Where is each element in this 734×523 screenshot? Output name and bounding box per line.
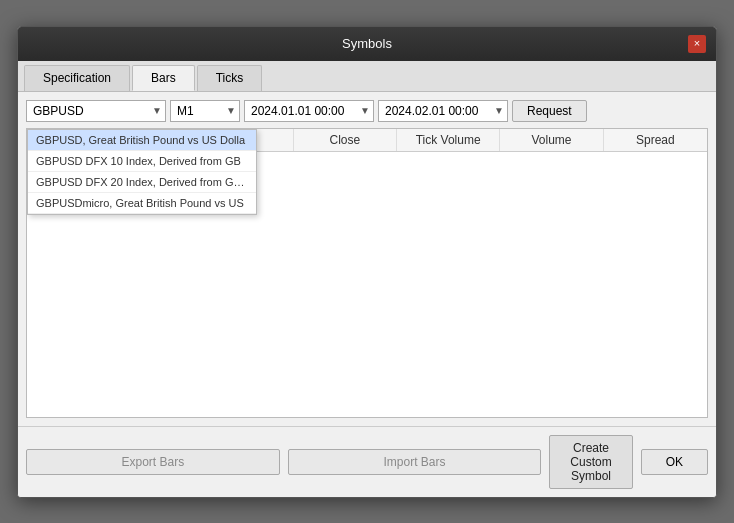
tab-ticks[interactable]: Ticks [197, 65, 263, 91]
ok-button[interactable]: OK [641, 449, 708, 475]
request-button[interactable]: Request [512, 100, 587, 122]
col-header-tick-volume: Tick Volume [397, 129, 500, 151]
tab-bars[interactable]: Bars [132, 65, 195, 91]
tabs-bar: Specification Bars Ticks [18, 61, 716, 92]
toolbar-row: GBPUSD ▼ M1 ▼ 2024.01.01 00:00 ▼ [26, 100, 708, 122]
timeframe-select-wrapper: M1 ▼ [170, 100, 240, 122]
symbols-dialog: Symbols × Specification Bars Ticks GBPUS… [17, 26, 717, 498]
tab-content: GBPUSD ▼ M1 ▼ 2024.01.01 00:00 ▼ [18, 92, 716, 426]
date-to-wrapper: 2024.02.01 00:00 ▼ [378, 100, 508, 122]
col-header-close: Close [294, 129, 397, 151]
date-from-select[interactable]: 2024.01.01 00:00 [244, 100, 374, 122]
create-custom-symbol-button[interactable]: Create Custom Symbol [549, 435, 632, 489]
dropdown-item-1[interactable]: GBPUSD DFX 10 Index, Derived from GB [28, 151, 256, 172]
col-header-volume: Volume [500, 129, 603, 151]
dialog-title: Symbols [46, 36, 688, 51]
col-header-spread: Spread [604, 129, 707, 151]
titlebar: Symbols × [18, 27, 716, 61]
dropdown-item-3[interactable]: GBPUSDmicro, Great British Pound vs US [28, 193, 256, 214]
tab-specification[interactable]: Specification [24, 65, 130, 91]
date-to-select[interactable]: 2024.02.01 00:00 [378, 100, 508, 122]
symbol-select[interactable]: GBPUSD [26, 100, 166, 122]
symbol-dropdown-overlay: GBPUSD, Great British Pound vs US Dolla … [27, 129, 257, 215]
timeframe-select[interactable]: M1 [170, 100, 240, 122]
date-from-wrapper: 2024.01.01 00:00 ▼ [244, 100, 374, 122]
symbol-select-wrapper: GBPUSD ▼ [26, 100, 166, 122]
footer: Export Bars Import Bars Create Custom Sy… [18, 426, 716, 497]
close-button[interactable]: × [688, 35, 706, 53]
export-bars-button[interactable]: Export Bars [26, 449, 280, 475]
dropdown-item-2[interactable]: GBPUSD DFX 20 Index, Derived from GBOpen [28, 172, 256, 193]
data-table: High Low Close Tick Volume Volume Spread… [26, 128, 708, 418]
import-bars-button[interactable]: Import Bars [288, 449, 542, 475]
dropdown-item-0[interactable]: GBPUSD, Great British Pound vs US Dolla [28, 130, 256, 151]
